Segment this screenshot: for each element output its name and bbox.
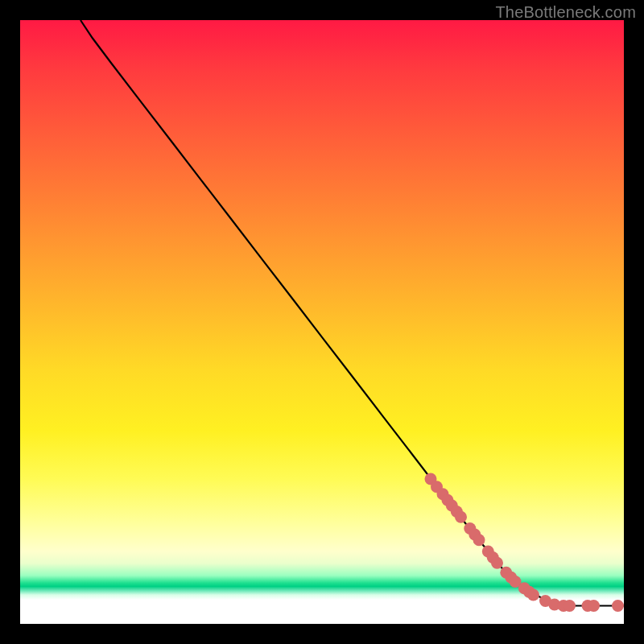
data-marker (612, 600, 624, 612)
data-marker (527, 589, 539, 601)
data-marker (588, 600, 600, 612)
curve-line (80, 20, 624, 606)
plot-area (20, 20, 624, 624)
chart-frame: TheBottleneck.com (0, 0, 644, 644)
data-marker (473, 534, 485, 546)
watermark-text: TheBottleneck.com (495, 3, 636, 22)
data-markers (425, 473, 625, 613)
data-marker (491, 557, 503, 569)
chart-svg (20, 20, 624, 624)
data-marker (455, 511, 467, 523)
data-marker (564, 600, 576, 612)
